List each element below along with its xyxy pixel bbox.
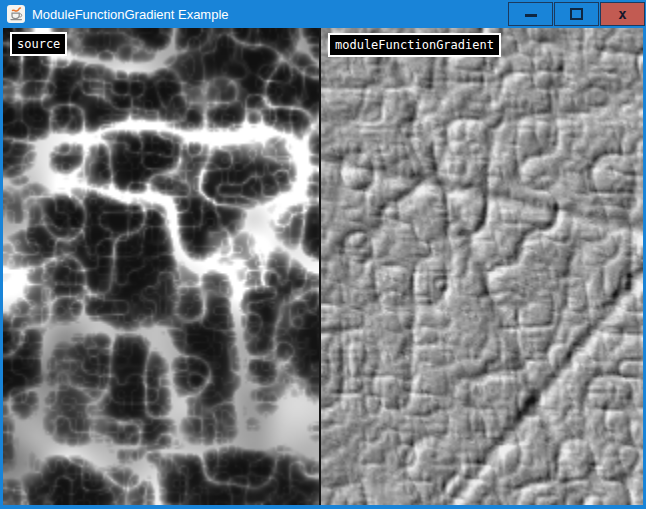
minimize-icon xyxy=(525,14,537,17)
window-title: ModuleFunctionGradient Example xyxy=(32,7,229,22)
titlebar[interactable]: ModuleFunctionGradient Example x xyxy=(0,0,646,28)
gradient-panel: moduleFunctionGradient xyxy=(321,28,643,505)
minimize-button[interactable] xyxy=(508,2,553,26)
maximize-icon xyxy=(570,8,583,20)
close-button[interactable]: x xyxy=(600,2,645,26)
maximize-button[interactable] xyxy=(554,2,599,26)
java-app-icon[interactable] xyxy=(7,5,25,23)
source-panel: source xyxy=(3,28,319,505)
source-noise-image xyxy=(3,28,319,505)
window-controls: x xyxy=(507,2,645,26)
close-icon: x xyxy=(618,7,626,21)
gradient-label: moduleFunctionGradient xyxy=(328,33,501,57)
app-window: ModuleFunctionGradient Example x source … xyxy=(0,0,646,509)
content-area: source moduleFunctionGradient xyxy=(3,28,643,505)
gradient-noise-image xyxy=(321,28,643,505)
source-label: source xyxy=(10,32,67,56)
